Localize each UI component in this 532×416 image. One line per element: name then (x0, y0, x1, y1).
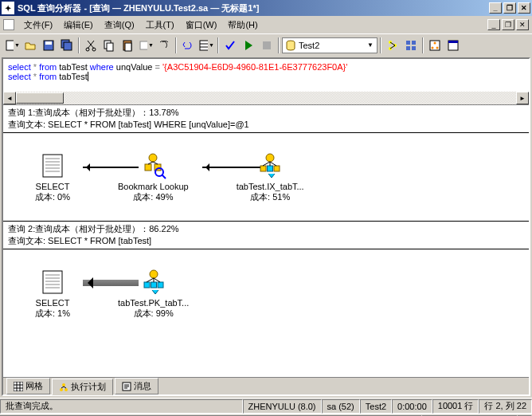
svg-point-26 (432, 46, 434, 49)
menu-file[interactable]: 文件(F) (19, 18, 57, 33)
svg-rect-44 (260, 166, 266, 171)
paste-button[interactable] (119, 37, 136, 54)
sql-line-1: select * from tabTest where unqValue = '… (8, 62, 524, 72)
menu-tools[interactable]: 工具(T) (141, 18, 179, 33)
menu-edit[interactable]: 编辑(E) (59, 18, 98, 33)
mode-button[interactable]: ▼ (198, 37, 215, 54)
tab-messages[interactable]: 消息 (115, 378, 158, 394)
grid-icon (14, 382, 23, 391)
execution-plan-pane: 查询 1:查询成本（相对于批处理）：13.78% 查询文本: SELECT * … (3, 105, 529, 377)
save-all-button[interactable] (58, 37, 76, 54)
plan-icon (59, 383, 68, 392)
svg-rect-2 (45, 41, 52, 45)
open-button[interactable] (22, 37, 39, 54)
svg-point-68 (62, 383, 65, 387)
svg-rect-20 (406, 41, 410, 45)
svg-line-42 (162, 175, 166, 179)
plan-node-index-seek[interactable]: tabTest.IX_tabT... 成本: 51% (237, 151, 304, 202)
save-button[interactable] (40, 37, 57, 54)
svg-line-72 (64, 387, 66, 388)
tab-execution-plan[interactable]: 执行计划 (52, 379, 113, 395)
sql-line-2: select * from tabTest (8, 72, 524, 81)
svg-rect-21 (412, 41, 416, 45)
plan-query-2-header: 查询 2:查询成本（相对于批处理）：86.22% 查询文本: SELECT * … (3, 221, 529, 249)
cut-button[interactable] (82, 37, 100, 54)
svg-line-49 (270, 162, 276, 166)
plan-node-select[interactable]: SELECT 成本: 0% (35, 151, 70, 202)
status-database: Test2 (360, 399, 392, 414)
sql-editor[interactable]: select * from tabTest where unqValue = '… (3, 59, 529, 105)
svg-rect-63 (14, 382, 23, 391)
results-window-button[interactable] (444, 37, 462, 54)
tab-grid-label: 网格 (25, 380, 43, 392)
svg-point-56 (150, 270, 158, 278)
tab-messages-label: 消息 (134, 380, 151, 392)
doc-minimize-button[interactable]: _ (487, 19, 500, 30)
svg-rect-37 (145, 164, 151, 171)
show-plan-button[interactable] (426, 37, 444, 54)
doc-icon (3, 19, 14, 30)
menu-query[interactable]: 查询(Q) (100, 18, 139, 33)
status-user: sa (52) (322, 399, 360, 414)
status-message: 批查询完成。 (0, 399, 243, 414)
execute-button[interactable] (240, 37, 257, 54)
plan-node-bookmark-lookup[interactable]: Bookmark Lookup 成本: 49% (118, 151, 189, 202)
content-area: select * from tabTest where unqValue = '… (2, 57, 530, 396)
svg-rect-11 (140, 41, 147, 49)
clear-button[interactable]: ▼ (137, 37, 155, 54)
plan-node-clustered-scan[interactable]: tabTest.PK_tabT... 成本: 99% (118, 268, 189, 319)
tab-grid[interactable]: 网格 (6, 378, 50, 394)
scroll-thumb[interactable] (16, 92, 64, 104)
doc-close-button[interactable]: ✕ (516, 19, 529, 30)
doc-restore-button[interactable]: ❐ (502, 19, 514, 30)
svg-rect-15 (263, 41, 271, 49)
window-buttons: _ ❐ ✕ (489, 2, 530, 14)
new-button[interactable]: ▼ (3, 37, 21, 54)
object-browser-button[interactable] (402, 37, 420, 54)
doc-window-buttons: _ ❐ ✕ (487, 19, 529, 30)
plan-query-1-diagram: SELECT 成本: 0% Bookmark Lookup 成本: 49% ta… (3, 133, 529, 221)
svg-rect-57 (144, 282, 150, 288)
menubar: 文件(F) 编辑(E) 查询(Q) 工具(T) 窗口(W) 帮助(H) _ ❐ … (0, 16, 532, 33)
status-time: 0:00:00 (392, 399, 432, 414)
scroll-left-button[interactable]: ◄ (3, 92, 16, 104)
svg-rect-22 (406, 46, 410, 50)
close-button[interactable]: ✕ (518, 2, 530, 14)
scroll-right-button[interactable]: ► (516, 92, 529, 104)
parse-button[interactable] (221, 37, 239, 54)
svg-rect-23 (412, 46, 416, 50)
svg-point-36 (149, 154, 157, 162)
minimize-button[interactable]: _ (489, 2, 502, 14)
status-rows: 10001 行 (432, 399, 479, 414)
svg-rect-0 (6, 41, 14, 50)
plan-query-1-header: 查询 1:查询成本（相对于批处理）：13.78% 查询文本: SELECT * … (3, 105, 529, 133)
svg-rect-29 (448, 41, 458, 43)
copy-button[interactable] (100, 37, 118, 54)
result-tabs: 网格 执行计划 消息 (3, 377, 529, 394)
app-icon: ✦ (2, 2, 14, 14)
svg-line-60 (147, 278, 154, 282)
svg-point-43 (266, 154, 274, 162)
toolbar: ▼ ▼ ▼ Test2 ▼ (0, 33, 532, 56)
menu-help[interactable]: 帮助(H) (223, 18, 262, 33)
plan-node-select-2[interactable]: SELECT 成本: 1% (35, 268, 70, 319)
svg-line-62 (154, 278, 160, 282)
maximize-button[interactable]: ❐ (503, 2, 516, 14)
undo-button[interactable] (179, 37, 197, 54)
find-button[interactable] (155, 37, 173, 54)
estimated-plan-button[interactable] (384, 37, 401, 54)
svg-point-25 (434, 41, 436, 44)
stop-button[interactable] (258, 37, 276, 54)
svg-rect-58 (151, 282, 156, 288)
titlebar: ✦ SQL 查询分析器 - [查询 — ZHENYULU.Test2.sa — … (0, 0, 532, 16)
plan-query-2-diagram: SELECT 成本: 1% tabTest.PK_tabT... 成本: 99% (3, 249, 529, 337)
sql-hscrollbar[interactable]: ◄ ► (3, 92, 529, 104)
svg-point-70 (65, 388, 68, 391)
statusbar: 批查询完成。 ZHENYULU (8.0) sa (52) Test2 0:00… (0, 398, 532, 414)
svg-rect-10 (125, 43, 131, 51)
svg-rect-30 (43, 155, 62, 177)
database-selector[interactable]: Test2 ▼ (282, 37, 377, 53)
svg-rect-59 (158, 282, 163, 288)
menu-window[interactable]: 窗口(W) (181, 18, 222, 33)
database-name: Test2 (299, 41, 319, 50)
